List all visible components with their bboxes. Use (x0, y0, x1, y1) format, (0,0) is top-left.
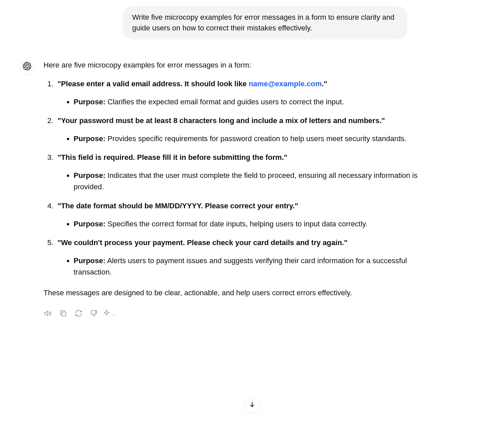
refresh-icon (75, 309, 83, 321)
sparkle-icon (103, 309, 111, 321)
copy-icon (59, 309, 67, 321)
assistant-avatar (20, 61, 34, 75)
purpose-label-2: Purpose: (74, 134, 105, 143)
example-5-sub: Purpose: Alerts users to payment issues … (58, 255, 428, 278)
example-1-purpose: Purpose: Clarifies the expected email fo… (74, 96, 428, 108)
purpose-label-3: Purpose: (74, 171, 105, 180)
example-4-sub: Purpose: Specifies the correct format fo… (58, 218, 428, 230)
purpose-text-2: Provides specific requirements for passw… (105, 134, 406, 143)
example-item-5: "We couldn't process your payment. Pleas… (56, 237, 428, 278)
purpose-label-5: Purpose: (74, 256, 105, 265)
assistant-closing: These messages are designed to be clear,… (43, 287, 428, 299)
example-item-3: "This field is required. Please fill it … (56, 152, 428, 193)
user-message-row: Write five microcopy examples for error … (20, 6, 484, 39)
assistant-content: Here are five microcopy examples for err… (43, 60, 428, 319)
regenerate-button[interactable] (74, 311, 83, 319)
arrow-down-icon (248, 400, 256, 411)
speaker-icon (44, 309, 52, 321)
openai-logo-icon (23, 62, 31, 74)
example-2-purpose: Purpose: Provides specific requirements … (74, 133, 428, 144)
purpose-text-4: Specifies the correct format for date in… (105, 220, 367, 228)
example-2-sub: Purpose: Provides specific requirements … (58, 133, 428, 144)
example-1-suffix: ." (322, 80, 327, 88)
example-3-sub: Purpose: Indicates that the user must co… (58, 170, 428, 193)
example-5-purpose: Purpose: Alerts users to payment issues … (74, 255, 428, 278)
user-message-text: Write five microcopy examples for error … (132, 13, 395, 32)
scroll-to-bottom-button[interactable] (244, 398, 260, 413)
example-4-purpose: Purpose: Specifies the correct format fo… (74, 218, 428, 230)
example-title-1: "Please enter a valid email address. It … (58, 80, 327, 88)
purpose-text-3: Indicates that the user must complete th… (74, 171, 417, 191)
purpose-text-1: Clarifies the expected email format and … (105, 98, 344, 106)
more-actions-button[interactable] (105, 311, 114, 319)
thumbs-down-icon (90, 309, 98, 321)
copy-button[interactable] (59, 311, 68, 319)
purpose-label-1: Purpose: (74, 98, 105, 106)
read-aloud-button[interactable] (43, 311, 52, 319)
example-item-4: "The date format should be MM/DD/YYYY. P… (56, 200, 428, 230)
example-title-3: "This field is required. Please fill it … (58, 153, 287, 162)
purpose-text-5: Alerts users to payment issues and sugge… (74, 256, 407, 276)
thumbs-down-button[interactable] (90, 311, 98, 319)
example-item-1: "Please enter a valid email address. It … (56, 78, 428, 108)
example-title-5: "We couldn't process your payment. Pleas… (58, 238, 347, 247)
example-title-2: "Your password must be at least 8 charac… (58, 116, 385, 125)
svg-rect-0 (62, 312, 66, 316)
example-1-prefix: "Please enter a valid email address. It … (58, 80, 249, 88)
assistant-row: Here are five microcopy examples for err… (20, 60, 484, 319)
chevron-down-icon (111, 309, 116, 321)
purpose-label-4: Purpose: (74, 220, 105, 228)
example-3-purpose: Purpose: Indicates that the user must co… (74, 170, 428, 193)
example-1-sub: Purpose: Clarifies the expected email fo… (58, 96, 428, 108)
example-item-2: "Your password must be at least 8 charac… (56, 115, 428, 144)
assistant-intro: Here are five microcopy examples for err… (43, 60, 428, 71)
example-1-link[interactable]: name@example.com (249, 80, 322, 88)
user-message-bubble: Write five microcopy examples for error … (123, 6, 407, 39)
examples-list: "Please enter a valid email address. It … (43, 78, 428, 278)
example-title-4: "The date format should be MM/DD/YYYY. P… (58, 202, 298, 210)
message-toolbar (43, 311, 428, 319)
